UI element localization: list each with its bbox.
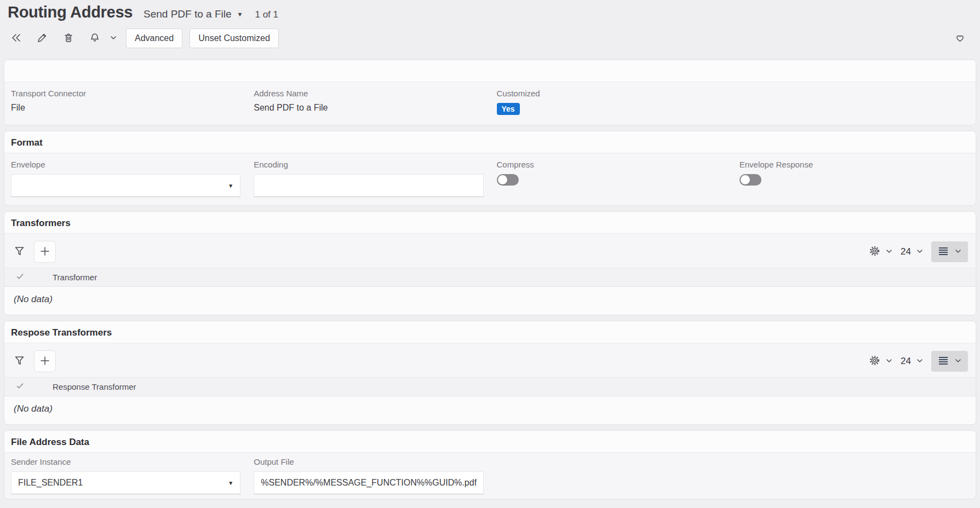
sender-instance-value: FILE_SENDER1 xyxy=(18,478,83,488)
field-sender-instance: Sender Instance FILE_SENDER1 ▼ xyxy=(11,457,240,494)
format-card: Format Envelope ▼ Encoding Compress Enve… xyxy=(4,131,976,205)
filter-icon xyxy=(14,245,25,258)
plus-icon xyxy=(39,355,51,368)
pencil-icon xyxy=(37,32,48,45)
notifications-button[interactable] xyxy=(87,29,103,48)
caret-down-icon: ▼ xyxy=(228,183,233,189)
response-transformers-card: Respose Transformers xyxy=(4,321,976,424)
section-title: Format xyxy=(11,137,43,148)
view-mode-button[interactable] xyxy=(931,241,968,262)
pagination-label: 1 of 1 xyxy=(255,9,278,20)
view-mode-button[interactable] xyxy=(931,351,968,372)
no-data-text: (No data) xyxy=(14,403,53,414)
field-customized: Customized Yes xyxy=(497,89,726,115)
action-toolbar: Advanced Unset Customized xyxy=(8,28,971,48)
select-column-icon[interactable] xyxy=(16,382,24,392)
field-label: Envelope xyxy=(11,160,240,169)
notifications-menu-button[interactable] xyxy=(108,29,118,48)
bell-icon xyxy=(89,32,100,45)
encoding-input[interactable] xyxy=(254,174,483,197)
page-size-value: 24 xyxy=(901,246,911,257)
transformers-table-header: Transformer xyxy=(4,268,976,287)
select-column-icon[interactable] xyxy=(16,273,24,282)
summary-card-header xyxy=(4,60,976,82)
field-label: Customized xyxy=(497,89,726,98)
filter-button[interactable] xyxy=(11,241,27,263)
field-empty xyxy=(740,457,969,494)
transformers-card: Transformers xyxy=(4,212,976,315)
field-encoding: Encoding xyxy=(254,160,483,197)
compress-toggle[interactable] xyxy=(497,174,519,186)
gear-icon xyxy=(869,245,880,258)
summary-card: Transport Connector File Address Name Se… xyxy=(4,60,976,125)
gear-icon xyxy=(869,355,880,368)
envelope-response-toggle[interactable] xyxy=(740,174,761,186)
page-size-dropdown[interactable]: 24 xyxy=(901,246,924,257)
record-selector-dropdown[interactable]: Send PDF to a File ▼ xyxy=(144,8,243,20)
chevron-down-icon xyxy=(110,34,117,43)
collapse-button[interactable] xyxy=(8,29,24,48)
field-output-file: Output File xyxy=(254,457,483,494)
field-empty xyxy=(497,457,726,494)
chevron-down-icon xyxy=(954,357,962,366)
field-envelope-response: Envelope Response xyxy=(740,160,969,197)
field-label: Encoding xyxy=(254,160,483,169)
chevron-down-icon xyxy=(885,247,893,257)
response-transformers-empty-row: (No data) xyxy=(4,396,976,424)
list-view-icon xyxy=(937,356,949,367)
no-data-text: (No data) xyxy=(14,294,53,304)
envelope-select[interactable]: ▼ xyxy=(11,174,240,197)
grid-settings-button[interactable] xyxy=(869,355,893,368)
list-view-icon xyxy=(937,246,949,258)
transformers-grid-toolbar: 24 xyxy=(4,234,976,268)
column-header-response-transformer[interactable]: Response Transformer xyxy=(53,382,136,391)
delete-button[interactable] xyxy=(60,29,77,48)
field-compress: Compress xyxy=(497,160,726,197)
double-chevron-left-icon xyxy=(10,32,22,45)
output-file-input[interactable] xyxy=(254,471,483,494)
transformers-empty-row: (No data) xyxy=(4,287,976,315)
edit-button[interactable] xyxy=(34,29,50,48)
chevron-down-icon xyxy=(916,357,924,366)
record-selector-label: Send PDF to a File xyxy=(144,8,232,20)
sender-instance-select[interactable]: FILE_SENDER1 ▼ xyxy=(11,471,240,494)
toggle-knob xyxy=(498,175,507,184)
field-label: Address Name xyxy=(254,89,483,98)
heart-icon xyxy=(955,33,965,44)
add-response-transformer-button[interactable] xyxy=(34,350,56,372)
column-header-transformer[interactable]: Transformer xyxy=(53,273,97,282)
field-label: Envelope Response xyxy=(740,160,969,169)
plus-icon xyxy=(39,245,51,259)
page-title: Routing Address xyxy=(8,3,133,21)
add-transformer-button[interactable] xyxy=(34,241,56,263)
advanced-button[interactable]: Advanced xyxy=(126,28,182,48)
page-size-value: 24 xyxy=(901,356,911,367)
section-title: Respose Transformers xyxy=(11,327,112,338)
field-address-name: Address Name Send PDF to a File xyxy=(254,89,483,115)
chevron-down-icon xyxy=(885,357,893,366)
page-size-dropdown[interactable]: 24 xyxy=(901,356,924,367)
favorite-button[interactable] xyxy=(952,29,968,48)
chevron-down-icon: ▼ xyxy=(237,11,243,18)
field-envelope: Envelope ▼ xyxy=(11,160,240,197)
section-title: File Address Data xyxy=(11,437,89,448)
field-label: Transport Connector xyxy=(11,89,240,98)
section-title: Transformers xyxy=(11,218,71,229)
field-value: File xyxy=(11,103,25,112)
content-area: Transport Connector File Address Name Se… xyxy=(0,60,980,499)
grid-settings-button[interactable] xyxy=(869,245,893,258)
chevron-down-icon xyxy=(954,247,962,257)
status-badge: Yes xyxy=(497,103,520,115)
field-value: Send PDF to a File xyxy=(254,103,328,112)
file-address-card: File Address Data Sender Instance FILE_S… xyxy=(4,431,976,499)
field-transport-connector: Transport Connector File xyxy=(11,89,240,115)
trash-icon xyxy=(63,32,74,45)
response-transformers-grid-toolbar: 24 xyxy=(4,343,976,377)
field-label: Sender Instance xyxy=(11,457,240,466)
chevron-down-icon xyxy=(916,247,924,257)
unset-customized-button[interactable]: Unset Customized xyxy=(190,28,279,48)
field-label: Compress xyxy=(497,160,726,169)
filter-button[interactable] xyxy=(11,350,27,372)
field-empty xyxy=(740,89,969,115)
field-label: Output File xyxy=(254,457,483,466)
